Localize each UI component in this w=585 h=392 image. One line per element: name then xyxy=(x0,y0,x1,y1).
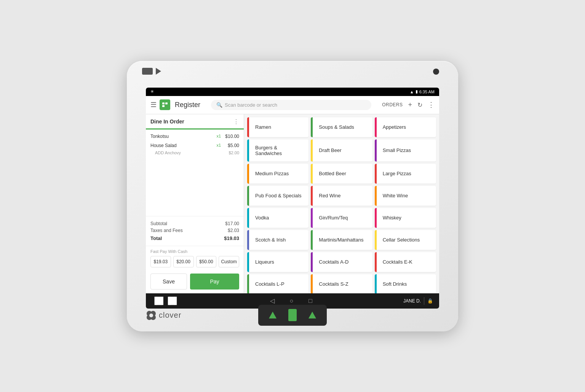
action-buttons: Save Pay xyxy=(146,270,244,293)
refresh-icon[interactable]: ↻ xyxy=(417,101,422,109)
menu-item[interactable]: Martinis/Manhattans xyxy=(311,230,372,250)
taxes-row: Taxes and Fees $2.03 xyxy=(150,227,239,234)
menu-item[interactable]: Gin/Rum/Teq xyxy=(311,208,372,228)
wifi-icon: ▲ xyxy=(410,90,414,94)
device-frame: ✳ ▲ ▮ 6:35 AM ☰ Register 🔍 Scan barcode … xyxy=(127,61,458,331)
menu-item[interactable]: Cocktails A-D xyxy=(311,252,372,272)
menu-item-label: Liqueurs xyxy=(255,259,274,265)
status-time: 6:35 AM xyxy=(419,90,435,94)
lock-icon[interactable]: 🔒 xyxy=(427,298,433,304)
menu-item[interactable]: Draft Beer xyxy=(311,139,372,162)
add-order-icon[interactable]: + xyxy=(408,101,412,109)
username-label: JANE D. xyxy=(403,298,421,304)
item-qty: x1 xyxy=(216,134,221,138)
menu-item[interactable]: Medium Pizzas xyxy=(247,164,308,184)
card-reader-left-btn[interactable] xyxy=(269,312,277,318)
addon-price: $2.00 xyxy=(229,150,239,155)
pay-button[interactable]: Pay xyxy=(190,274,239,290)
menu-item-label: Large Pizzas xyxy=(383,171,411,176)
fast-pay-20[interactable]: $20.00 xyxy=(173,256,194,267)
hamburger-menu-icon[interactable]: ☰ xyxy=(150,101,157,109)
menu-item[interactable]: Large Pizzas xyxy=(375,164,436,184)
search-bar[interactable]: 🔍 Scan barcode or search xyxy=(211,100,371,110)
menu-item-label: Scotch & Irish xyxy=(255,237,286,243)
item-price: $10.00 xyxy=(224,134,239,139)
menu-item[interactable]: Cocktails E-K xyxy=(375,252,436,272)
total-value: $19.03 xyxy=(224,235,239,241)
menu-item[interactable]: Liqueurs xyxy=(247,252,308,272)
fast-pay-section: Fast Pay With Cash $19.03 $20.00 $50.00 … xyxy=(146,246,244,270)
menu-panel: RamenSoups & SaladsAppetizersBurgers & S… xyxy=(244,114,439,293)
menu-item-label: Small Pizzas xyxy=(383,147,411,153)
menu-item[interactable]: Bottled Beer xyxy=(311,164,372,184)
addon-name: ADD Anchovy xyxy=(155,150,181,155)
menu-item[interactable]: Ramen xyxy=(247,117,308,137)
status-icons: ▲ ▮ 6:35 AM xyxy=(410,89,435,94)
menu-item[interactable]: Small Pizzas xyxy=(375,139,436,162)
menu-item[interactable]: Soups & Salads xyxy=(311,117,372,137)
item-price: $5.00 xyxy=(224,143,239,148)
menu-grid: RamenSoups & SaladsAppetizersBurgers & S… xyxy=(247,117,436,293)
menu-item[interactable]: Burgers & Sandwiches xyxy=(247,139,308,162)
clover-logo-icon xyxy=(146,310,157,321)
order-item[interactable]: House Salad x1 $5.00 xyxy=(150,141,239,150)
status-bar-left: ✳ xyxy=(150,89,154,94)
menu-item-label: Bottled Beer xyxy=(319,171,346,176)
svg-point-7 xyxy=(149,314,153,317)
menu-item-label: Cocktails L-P xyxy=(255,281,285,287)
clover-text: clover xyxy=(159,311,181,320)
menu-item[interactable]: Vodka xyxy=(247,208,308,228)
menu-item-label: Cocktails E-K xyxy=(383,259,412,265)
menu-item[interactable]: White Wine xyxy=(375,186,436,206)
more-options-icon[interactable]: ⋮ xyxy=(428,101,435,109)
fast-pay-exact[interactable]: $19.03 xyxy=(150,256,171,267)
device-button-play[interactable] xyxy=(156,68,161,75)
device-camera xyxy=(433,69,439,75)
recent-button[interactable]: □ xyxy=(308,298,312,304)
menu-item-label: White Wine xyxy=(383,193,408,198)
order-more-icon[interactable]: ⋮ xyxy=(233,118,239,125)
home-button[interactable]: ○ xyxy=(290,298,294,304)
menu-item[interactable]: Appetizers xyxy=(375,117,436,137)
status-bar: ✳ ▲ ▮ 6:35 AM xyxy=(146,88,439,96)
menu-item-label: Pub Food & Specials xyxy=(255,193,301,198)
menu-item[interactable]: Scotch & Irish xyxy=(247,230,308,250)
order-item[interactable]: Tonkotsu x1 $10.00 xyxy=(150,132,239,141)
menu-item[interactable]: Cocktails L-P xyxy=(247,274,308,293)
item-name: Tonkotsu xyxy=(150,134,213,139)
fast-pay-50[interactable]: $50.00 xyxy=(196,256,217,267)
menu-item-label: Ramen xyxy=(255,124,271,130)
total-label: Total xyxy=(150,235,162,241)
search-icon: 🔍 xyxy=(216,102,222,108)
menu-item-label: Cocktails S-Z xyxy=(319,281,348,287)
order-header: Dine In Order ⋮ xyxy=(146,114,244,130)
menu-item[interactable]: Whiskey xyxy=(375,208,436,228)
subtotal-value: $17.00 xyxy=(225,221,239,226)
menu-item[interactable]: Cocktails S-Z xyxy=(311,274,372,293)
menu-item[interactable]: Soft Drinks xyxy=(375,274,436,293)
bluetooth-icon: ✳ xyxy=(150,89,154,94)
menu-item-label: Gin/Rum/Teq xyxy=(319,215,348,221)
app-title: Register xyxy=(175,101,200,109)
search-placeholder: Scan barcode or search xyxy=(225,102,277,108)
menu-item-label: Burgers & Sandwiches xyxy=(255,145,304,156)
menu-item[interactable]: Pub Food & Specials xyxy=(247,186,308,206)
subtotal-label: Subtotal xyxy=(150,221,167,226)
menu-item-label: Whiskey xyxy=(383,215,401,221)
order-title: Dine In Order xyxy=(150,118,184,125)
save-button[interactable]: Save xyxy=(150,274,187,290)
menu-item-label: Vodka xyxy=(255,215,269,221)
menu-item[interactable]: Cellar Selections xyxy=(375,230,436,250)
card-reader-card xyxy=(288,309,297,321)
item-name: House Salad xyxy=(150,143,213,148)
menu-item-label: Soft Drinks xyxy=(383,281,407,287)
menu-item[interactable]: Red Wine xyxy=(311,186,372,206)
card-reader-right-btn[interactable] xyxy=(308,312,316,318)
fast-pay-custom[interactable]: Custom xyxy=(219,256,239,267)
device-button-rect[interactable] xyxy=(142,68,153,75)
content-area: Dine In Order ⋮ Tonkotsu x1 $10.00 House… xyxy=(146,114,439,293)
app-bar: ☰ Register 🔍 Scan barcode or search ORDE… xyxy=(146,96,439,114)
back-button[interactable]: ◁ xyxy=(270,297,275,304)
device-top-controls xyxy=(142,68,161,75)
fast-pay-buttons: $19.03 $20.00 $50.00 Custom xyxy=(150,256,239,267)
